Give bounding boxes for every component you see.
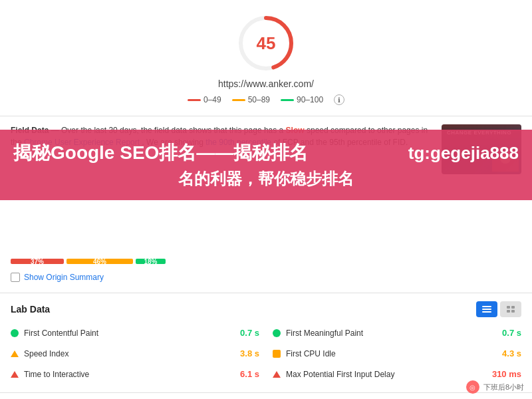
show-origin-label: Show Origin Summary	[24, 273, 104, 282]
legend-label-low: 0–49	[203, 95, 221, 104]
fcp-bar-mid-label: 46%	[93, 258, 106, 265]
overlay-tg: tg:gegejia888	[408, 143, 519, 164]
show-origin-checkbox[interactable]	[11, 273, 20, 282]
metric-row-si: Speed Index 3.8 s	[11, 346, 259, 361]
legend-label-mid: 50–89	[248, 95, 270, 104]
overlay-subtitle: 名的利器，帮你稳步排名	[13, 168, 519, 190]
grid-cell-4	[511, 310, 515, 313]
legend-item-mid: 50–89	[232, 95, 270, 104]
metric-row-fmp: First Meaningful Paint 0.7 s	[273, 325, 521, 340]
metric-row-tti: Time to Interactive 6.1 s	[11, 366, 259, 382]
lab-data-header: Lab Data	[11, 301, 521, 317]
fcp-bars-row: 37% 46% 18% Show Origin Summary	[0, 251, 532, 287]
fcp-bar-high-label: 18%	[144, 258, 157, 265]
show-origin-row[interactable]: Show Origin Summary	[11, 273, 521, 282]
si-name: Speed Index	[24, 349, 221, 358]
overlay-banner: 揭秘Google SEO排名——揭秘排名 tg:gegejia888 名的利器，…	[0, 130, 532, 200]
legend-item-high: 90–100	[281, 95, 323, 104]
si-indicator	[11, 350, 19, 357]
fmp-name: First Meaningful Paint	[286, 329, 483, 338]
score-url[interactable]: https://www.anker.com/	[218, 78, 314, 89]
legend-dot-mid	[232, 99, 245, 101]
metrics-grid: First Contentful Paint 0.7 s First Meani…	[11, 325, 521, 382]
grid-cell-2	[511, 306, 515, 309]
fcp-value: 0.7 s	[226, 328, 259, 338]
fci-value: 4.3 s	[488, 348, 521, 358]
fcp-bar-low: 37%	[11, 259, 64, 264]
lab-data-title: Lab Data	[11, 304, 50, 315]
tti-name: Time to Interactive	[24, 370, 221, 379]
fid-value: 310 ms	[488, 369, 521, 379]
fid-name: Max Potential First Input Delay	[286, 370, 483, 379]
legend-item-low: 0–49	[188, 95, 221, 104]
score-value: 45	[257, 33, 276, 54]
legend-label-high: 90–100	[297, 95, 323, 104]
score-circle: 45	[236, 13, 296, 73]
list-line-3	[482, 311, 491, 313]
list-line-2	[482, 309, 491, 310]
legend-dot-low	[188, 99, 201, 101]
page-wrapper: 45 https://www.anker.com/ 0–49 50–89 90–…	[0, 0, 532, 399]
list-line-1	[482, 306, 491, 307]
fcp-bars: 37% 46% 18%	[11, 255, 521, 267]
info-icon[interactable]: ℹ	[334, 94, 344, 105]
metric-row-fcp: First Contentful Paint 0.7 s	[11, 325, 259, 340]
fcp-bar-low-label: 37%	[31, 258, 44, 265]
tti-indicator	[11, 371, 19, 378]
legend-dot-high	[281, 99, 294, 101]
fmp-value: 0.7 s	[488, 328, 521, 338]
toggle-grid-btn[interactable]	[500, 301, 521, 317]
list-icon	[482, 306, 491, 313]
watermark-icon: ◎	[466, 380, 479, 394]
fci-indicator	[273, 350, 281, 358]
fci-name: First CPU Idle	[286, 349, 483, 358]
lab-data-section: Lab Data	[0, 293, 532, 390]
fid-indicator	[273, 371, 281, 378]
metric-row-fid: Max Potential First Input Delay 310 ms	[273, 366, 521, 382]
si-value: 3.8 s	[226, 348, 259, 358]
fcp-bar-high: 18%	[136, 259, 166, 264]
fcp-name: First Contentful Paint	[24, 329, 221, 338]
tti-value: 6.1 s	[226, 369, 259, 379]
overlay-title: 揭秘Google SEO排名——揭秘排名	[13, 140, 308, 166]
grid-cell-1	[507, 306, 510, 309]
metric-row-fci: First CPU Idle 4.3 s	[273, 346, 521, 361]
grid-icon	[507, 306, 515, 313]
fmp-indicator	[273, 329, 281, 337]
watermark-text: 下班后8小时	[483, 382, 524, 392]
legend: 0–49 50–89 90–100 ℹ	[188, 94, 344, 105]
watermark: ◎ 下班后8小时	[466, 380, 524, 394]
score-section: 45 https://www.anker.com/ 0–49 50–89 90–…	[0, 0, 532, 116]
bottom-thumbs	[0, 392, 532, 399]
toggle-list-btn[interactable]	[476, 301, 497, 317]
fcp-bar-mid: 46%	[66, 259, 133, 264]
overlay-title-text: 揭秘Google SEO	[13, 142, 159, 163]
view-toggle	[476, 301, 521, 317]
fcp-indicator	[11, 329, 19, 337]
grid-cell-3	[507, 310, 510, 313]
overlay-row1: 揭秘Google SEO排名——揭秘排名 tg:gegejia888	[13, 140, 519, 166]
